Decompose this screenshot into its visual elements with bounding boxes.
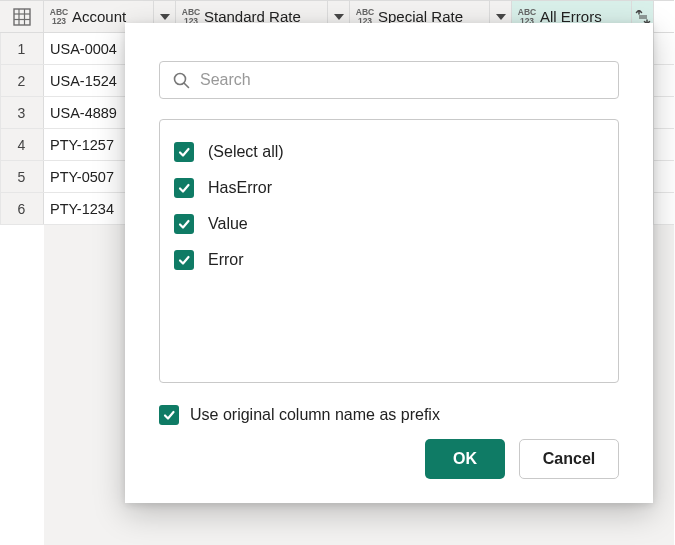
row-number[interactable]: 2 [0, 65, 44, 96]
datatype-any-icon: ABC123 [48, 8, 70, 25]
grid-corner-cell[interactable] [0, 1, 44, 32]
checkbox-checked[interactable] [174, 250, 194, 270]
row-number[interactable]: 4 [0, 129, 44, 160]
search-icon [172, 71, 190, 89]
row-number[interactable]: 6 [0, 193, 44, 224]
check-icon [177, 181, 191, 195]
prefix-option-label: Use original column name as prefix [190, 406, 440, 424]
checkbox-checked[interactable] [174, 178, 194, 198]
list-item[interactable]: Value [174, 206, 604, 242]
list-item[interactable]: HasError [174, 170, 604, 206]
popup-button-row: OK Cancel [159, 439, 619, 479]
check-icon [177, 145, 191, 159]
list-item-label: Error [208, 251, 244, 269]
expand-icon [635, 10, 651, 24]
prefix-option-row[interactable]: Use original column name as prefix [159, 397, 619, 433]
table-icon [13, 8, 31, 26]
ok-button[interactable]: OK [425, 439, 505, 479]
row-number[interactable]: 1 [0, 33, 44, 64]
row-number[interactable]: 3 [0, 97, 44, 128]
svg-rect-0 [14, 9, 30, 25]
cancel-button[interactable]: Cancel [519, 439, 619, 479]
check-icon [162, 408, 176, 422]
column-fields-list: (Select all) HasError Value Error [159, 119, 619, 383]
check-icon [177, 217, 191, 231]
checkbox-checked[interactable] [159, 405, 179, 425]
checkbox-checked[interactable] [174, 214, 194, 234]
checkbox-checked[interactable] [174, 142, 194, 162]
chevron-down-icon [160, 14, 170, 20]
check-icon [177, 253, 191, 267]
search-field-wrap [159, 61, 619, 99]
chevron-down-icon [496, 14, 506, 20]
row-number[interactable]: 5 [0, 161, 44, 192]
list-item-select-all[interactable]: (Select all) [174, 134, 604, 170]
list-item[interactable]: Error [174, 242, 604, 278]
list-item-label: Value [208, 215, 248, 233]
svg-line-6 [184, 83, 188, 87]
search-input[interactable] [159, 61, 619, 99]
list-item-label: (Select all) [208, 143, 284, 161]
list-item-label: HasError [208, 179, 272, 197]
chevron-down-icon [334, 14, 344, 20]
expand-column-popup: (Select all) HasError Value Error Use or… [125, 23, 653, 503]
